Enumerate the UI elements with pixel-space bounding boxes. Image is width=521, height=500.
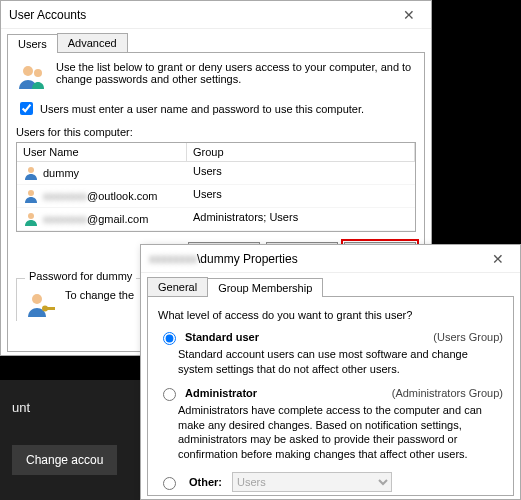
cell-group: Users [187,185,415,207]
cell-username-redacted: xxxxxxxx [43,213,87,225]
user-icon [23,188,39,204]
standard-user-row[interactable]: Standard user (Users Group) [158,329,503,345]
table-row[interactable]: xxxxxxxx@gmail.com Administrators; Users [17,208,415,231]
require-password-checkbox[interactable] [20,102,33,115]
title-redacted: xxxxxxxx [149,252,197,266]
properties-window: xxxxxxxx\dummy Properties ✕ General Grou… [140,244,521,500]
tabstrip: General Group Membership [141,273,520,296]
require-password-label: Users must enter a user name and passwor… [40,103,364,115]
tabstrip: Users Advanced [1,29,431,52]
standard-user-radio[interactable] [163,332,176,345]
users-list-label: Users for this computer: [16,126,416,138]
table-row[interactable]: dummy Users [17,162,415,185]
password-legend: Password for dummy [25,270,136,282]
table-row[interactable]: xxxxxxxx@outlook.com Users [17,185,415,208]
membership-panel: What level of access do you want to gran… [147,296,514,496]
other-radio[interactable] [163,477,176,490]
key-user-icon [25,289,57,321]
other-row[interactable]: Other: Users [158,472,503,492]
titlebar: User Accounts ✕ [1,1,431,29]
administrator-label: Administrator [185,387,257,399]
svg-point-7 [42,306,48,312]
administrator-desc: Administrators have complete access to t… [178,403,503,462]
col-header-username[interactable]: User Name [17,143,187,161]
change-account-button[interactable]: Change accou [12,445,117,475]
user-icon [23,211,39,227]
tab-general[interactable]: General [147,277,208,296]
intro-row: Use the list below to grant or deny user… [16,61,416,93]
membership-question: What level of access do you want to gran… [158,309,503,321]
cell-username-suffix: @gmail.com [87,213,148,225]
close-icon[interactable]: ✕ [393,7,425,23]
titlebar: xxxxxxxx\dummy Properties ✕ [141,245,520,273]
standard-user-label: Standard user [185,331,259,343]
window-title: xxxxxxxx\dummy Properties [149,252,298,266]
cell-group: Administrators; Users [187,208,415,230]
table-header: User Name Group [17,143,415,162]
intro-text: Use the list below to grant or deny user… [56,61,416,93]
users-icon [16,61,48,93]
user-icon [23,165,39,181]
cell-username-suffix: @outlook.com [87,190,157,202]
tab-advanced[interactable]: Advanced [57,33,128,52]
svg-point-5 [32,294,42,304]
col-header-group[interactable]: Group [187,143,415,161]
cell-group: Users [187,162,415,184]
tab-group-membership[interactable]: Group Membership [207,278,323,297]
users-table: User Name Group dummy Users xxxxxxxx@out… [16,142,416,232]
standard-user-desc: Standard account users can use most soft… [178,347,503,377]
password-text: To change the [65,289,134,321]
administrator-group: (Administrators Group) [392,387,503,399]
svg-point-0 [23,66,33,76]
administrator-radio[interactable] [163,388,176,401]
close-icon[interactable]: ✕ [482,251,514,267]
cell-username-redacted: xxxxxxxx [43,190,87,202]
svg-point-3 [28,190,34,196]
tab-users[interactable]: Users [7,34,58,53]
svg-point-2 [28,167,34,173]
administrator-row[interactable]: Administrator (Administrators Group) [158,385,503,401]
other-label: Other: [189,476,222,488]
svg-point-4 [28,213,34,219]
window-title: User Accounts [9,8,86,22]
svg-point-1 [34,69,42,77]
require-password-checkbox-row[interactable]: Users must enter a user name and passwor… [16,99,416,118]
other-select[interactable]: Users [232,472,392,492]
standard-user-group: (Users Group) [433,331,503,343]
cell-username: dummy [43,167,79,179]
